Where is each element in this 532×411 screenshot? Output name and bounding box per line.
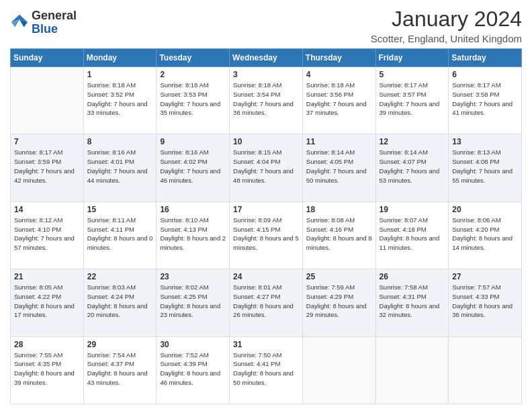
calendar-week-row: 28Sunrise: 7:55 AMSunset: 4:35 PMDayligh…: [11, 336, 522, 404]
day-info: Sunrise: 8:16 AMSunset: 4:01 PMDaylight:…: [87, 148, 153, 185]
calendar-day-cell: 7Sunrise: 8:17 AMSunset: 3:59 PMDaylight…: [11, 134, 84, 201]
logo-text: General Blue: [32, 9, 77, 36]
day-number: 11: [306, 137, 372, 146]
day-number: 14: [14, 205, 80, 214]
calendar-day-header: Saturday: [449, 49, 522, 67]
day-number: 25: [306, 272, 372, 281]
day-number: 30: [160, 340, 226, 349]
calendar-week-row: 1Sunrise: 8:18 AMSunset: 3:52 PMDaylight…: [11, 67, 522, 134]
calendar-day-cell: 8Sunrise: 8:16 AMSunset: 4:01 PMDaylight…: [83, 134, 157, 201]
calendar-day-cell: [449, 336, 522, 404]
day-info: Sunrise: 7:50 AMSunset: 4:41 PMDaylight:…: [233, 351, 299, 387]
calendar-day-cell: 14Sunrise: 8:12 AMSunset: 4:10 PMDayligh…: [11, 201, 84, 269]
day-info: Sunrise: 8:07 AMSunset: 4:18 PMDaylight:…: [380, 216, 445, 253]
day-info: Sunrise: 8:15 AMSunset: 4:04 PMDaylight:…: [233, 148, 299, 185]
day-info: Sunrise: 8:17 AMSunset: 3:59 PMDaylight:…: [14, 148, 80, 185]
calendar-day-header: Monday: [83, 49, 157, 67]
calendar-day-cell: 1Sunrise: 8:18 AMSunset: 3:52 PMDaylight…: [83, 67, 157, 134]
calendar-day-cell: 22Sunrise: 8:03 AMSunset: 4:24 PMDayligh…: [83, 269, 157, 336]
calendar-week-row: 14Sunrise: 8:12 AMSunset: 4:10 PMDayligh…: [11, 201, 522, 269]
calendar-day-cell: 15Sunrise: 8:11 AMSunset: 4:11 PMDayligh…: [83, 201, 157, 269]
day-info: Sunrise: 7:57 AMSunset: 4:33 PMDaylight:…: [452, 283, 518, 320]
day-info: Sunrise: 8:16 AMSunset: 4:02 PMDaylight:…: [160, 148, 226, 185]
calendar-day-cell: 24Sunrise: 8:01 AMSunset: 4:27 PMDayligh…: [230, 269, 303, 336]
logo: General Blue: [10, 9, 77, 36]
day-number: 2: [160, 70, 226, 79]
title-section: January 2024 Scotter, England, United Ki…: [371, 7, 522, 44]
calendar-day-cell: 27Sunrise: 7:57 AMSunset: 4:33 PMDayligh…: [449, 269, 522, 336]
day-info: Sunrise: 8:06 AMSunset: 4:20 PMDaylight:…: [452, 216, 518, 253]
day-info: Sunrise: 8:13 AMSunset: 4:08 PMDaylight:…: [452, 148, 518, 185]
day-info: Sunrise: 8:14 AMSunset: 4:07 PMDaylight:…: [380, 148, 445, 185]
day-info: Sunrise: 8:12 AMSunset: 4:10 PMDaylight:…: [14, 216, 80, 253]
svg-marker-0: [11, 15, 28, 22]
calendar-week-row: 7Sunrise: 8:17 AMSunset: 3:59 PMDaylight…: [11, 134, 522, 201]
calendar-day-cell: 20Sunrise: 8:06 AMSunset: 4:20 PMDayligh…: [449, 201, 522, 269]
day-info: Sunrise: 8:18 AMSunset: 3:53 PMDaylight:…: [160, 81, 226, 118]
day-number: 6: [452, 70, 518, 79]
calendar-day-cell: 10Sunrise: 8:15 AMSunset: 4:04 PMDayligh…: [230, 134, 303, 201]
calendar-day-header: Sunday: [11, 49, 84, 67]
calendar-day-cell: 18Sunrise: 8:08 AMSunset: 4:16 PMDayligh…: [302, 201, 375, 269]
month-title: January 2024: [371, 7, 522, 32]
day-number: 22: [87, 272, 153, 281]
calendar-day-cell: [11, 67, 84, 134]
calendar-day-cell: [375, 336, 449, 404]
day-number: 8: [87, 137, 153, 146]
calendar-day-cell: 5Sunrise: 8:17 AMSunset: 3:57 PMDaylight…: [375, 67, 449, 134]
day-number: 29: [87, 340, 153, 349]
day-info: Sunrise: 8:18 AMSunset: 3:52 PMDaylight:…: [87, 81, 153, 118]
day-number: 13: [452, 137, 518, 146]
day-info: Sunrise: 8:10 AMSunset: 4:13 PMDaylight:…: [160, 216, 226, 253]
calendar-day-header: Friday: [375, 49, 449, 67]
calendar-day-cell: 16Sunrise: 8:10 AMSunset: 4:13 PMDayligh…: [157, 201, 230, 269]
calendar-day-header: Wednesday: [230, 49, 303, 67]
calendar-day-cell: 4Sunrise: 8:18 AMSunset: 3:56 PMDaylight…: [302, 67, 375, 134]
day-number: 24: [233, 272, 299, 281]
calendar-day-cell: 30Sunrise: 7:52 AMSunset: 4:39 PMDayligh…: [157, 336, 230, 404]
calendar-day-cell: 23Sunrise: 8:02 AMSunset: 4:25 PMDayligh…: [157, 269, 230, 336]
calendar-table: SundayMondayTuesdayWednesdayThursdayFrid…: [10, 48, 522, 404]
day-info: Sunrise: 8:05 AMSunset: 4:22 PMDaylight:…: [14, 283, 80, 320]
calendar-day-cell: 2Sunrise: 8:18 AMSunset: 3:53 PMDaylight…: [157, 67, 230, 134]
calendar-day-cell: 19Sunrise: 8:07 AMSunset: 4:18 PMDayligh…: [375, 201, 449, 269]
calendar-day-cell: 12Sunrise: 8:14 AMSunset: 4:07 PMDayligh…: [375, 134, 449, 201]
day-number: 28: [14, 340, 80, 349]
calendar-header-row: SundayMondayTuesdayWednesdayThursdayFrid…: [11, 49, 522, 67]
day-info: Sunrise: 7:58 AMSunset: 4:31 PMDaylight:…: [380, 283, 445, 320]
day-info: Sunrise: 8:09 AMSunset: 4:15 PMDaylight:…: [233, 216, 299, 253]
day-number: 12: [380, 137, 445, 146]
day-number: 19: [380, 205, 445, 214]
day-info: Sunrise: 7:59 AMSunset: 4:29 PMDaylight:…: [306, 283, 372, 320]
day-number: 7: [14, 137, 80, 146]
day-number: 9: [160, 137, 226, 146]
calendar-day-cell: 26Sunrise: 7:58 AMSunset: 4:31 PMDayligh…: [375, 269, 449, 336]
calendar-day-cell: 25Sunrise: 7:59 AMSunset: 4:29 PMDayligh…: [302, 269, 375, 336]
calendar-day-cell: 31Sunrise: 7:50 AMSunset: 4:41 PMDayligh…: [230, 336, 303, 404]
logo-general: General: [32, 9, 77, 23]
day-number: 27: [452, 272, 518, 281]
day-info: Sunrise: 8:02 AMSunset: 4:25 PMDaylight:…: [160, 283, 226, 320]
calendar-day-cell: 29Sunrise: 7:54 AMSunset: 4:37 PMDayligh…: [83, 336, 157, 404]
calendar-day-header: Tuesday: [157, 49, 230, 67]
day-number: 26: [380, 272, 445, 281]
day-info: Sunrise: 8:03 AMSunset: 4:24 PMDaylight:…: [87, 283, 153, 320]
day-number: 10: [233, 137, 299, 146]
day-info: Sunrise: 8:11 AMSunset: 4:11 PMDaylight:…: [87, 216, 153, 253]
day-info: Sunrise: 8:18 AMSunset: 3:54 PMDaylight:…: [233, 81, 299, 118]
logo-blue: Blue: [32, 23, 77, 36]
header: General Blue January 2024 Scotter, Engla…: [10, 7, 522, 44]
day-info: Sunrise: 8:01 AMSunset: 4:27 PMDaylight:…: [233, 283, 299, 320]
calendar-day-header: Thursday: [302, 49, 375, 67]
calendar-day-cell: 21Sunrise: 8:05 AMSunset: 4:22 PMDayligh…: [11, 269, 84, 336]
day-number: 20: [452, 205, 518, 214]
day-number: 23: [160, 272, 226, 281]
day-info: Sunrise: 8:17 AMSunset: 3:58 PMDaylight:…: [452, 81, 518, 118]
day-number: 4: [306, 70, 372, 79]
calendar-day-cell: 13Sunrise: 8:13 AMSunset: 4:08 PMDayligh…: [449, 134, 522, 201]
calendar-day-cell: 11Sunrise: 8:14 AMSunset: 4:05 PMDayligh…: [302, 134, 375, 201]
day-number: 16: [160, 205, 226, 214]
location: Scotter, England, United Kingdom: [371, 33, 522, 44]
day-info: Sunrise: 7:54 AMSunset: 4:37 PMDaylight:…: [87, 351, 153, 387]
logo-icon: [10, 13, 29, 32]
